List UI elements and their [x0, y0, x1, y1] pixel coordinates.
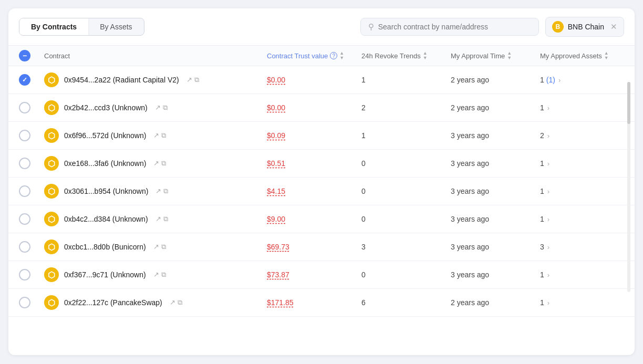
table-row: ⬡0x3061...b954 (Unknown)↗⧉$4.1503 years …	[8, 178, 635, 205]
checkbox-circle[interactable]	[19, 158, 30, 169]
checkbox-circle[interactable]	[19, 185, 30, 197]
copy-icon[interactable]: ⧉	[163, 215, 168, 223]
external-link-icon[interactable]: ↗	[153, 243, 159, 251]
chevron-right-icon[interactable]: ›	[547, 215, 549, 223]
assets-link[interactable]: (1)	[546, 76, 555, 84]
header-revoke[interactable]: 24h Revoke Trends ▲▼	[361, 50, 451, 61]
contract-actions: ↗⧉	[153, 271, 166, 279]
trust-value-cell: $73.87	[267, 271, 361, 279]
external-link-icon[interactable]: ↗	[170, 298, 175, 307]
trust-value-cell: $9.00	[267, 215, 361, 223]
header-trust[interactable]: Contract Trust value ? ▲▼	[267, 50, 361, 61]
checkbox-circle[interactable]	[19, 74, 30, 86]
approved-assets-cell: 1›	[540, 187, 624, 195]
trust-value-cell: $69.73	[267, 243, 361, 251]
checkbox-circle[interactable]	[19, 241, 30, 253]
row-checkbox[interactable]	[19, 213, 44, 225]
table-row: ⬡0xf367...9c71 (Unknown)↗⧉$73.8703 years…	[8, 261, 635, 289]
row-checkbox[interactable]	[19, 74, 44, 86]
approved-assets-cell: 1›	[540, 103, 624, 112]
copy-icon[interactable]: ⧉	[194, 76, 199, 84]
assets-sort-icon[interactable]: ▲▼	[604, 51, 609, 60]
tab-by-contracts[interactable]: By Contracts	[19, 18, 88, 35]
row-checkbox[interactable]	[19, 297, 44, 308]
copy-icon[interactable]: ⧉	[163, 187, 168, 195]
checkbox-circle[interactable]	[19, 130, 30, 141]
row-checkbox[interactable]	[19, 102, 44, 113]
external-link-icon[interactable]: ↗	[155, 187, 161, 195]
token-icon: ⬡	[44, 295, 59, 310]
trust-value: $0.51	[267, 159, 285, 168]
approval-time-cell: 3 years ago	[451, 271, 540, 279]
revoke-sort-icon[interactable]: ▲▼	[423, 51, 428, 60]
header-contract: Contract	[44, 50, 267, 61]
external-link-icon[interactable]: ↗	[155, 215, 161, 223]
chevron-right-icon[interactable]: ›	[547, 299, 549, 307]
chevron-right-icon[interactable]: ›	[547, 132, 549, 140]
copy-icon[interactable]: ⧉	[163, 103, 168, 112]
contract-name: 0x9454...2a22 (Radiant Capital V2)	[64, 76, 179, 84]
row-checkbox[interactable]	[19, 158, 44, 169]
header-approval-time[interactable]: My Approval Time ▲▼	[451, 50, 540, 61]
contract-name: 0xe168...3fa6 (Unknown)	[64, 159, 146, 168]
select-all-button[interactable]	[19, 50, 30, 61]
row-checkbox[interactable]	[19, 241, 44, 253]
contract-cell: ⬡0x2b42...ccd3 (Unknown)↗⧉	[44, 100, 267, 115]
chain-filter[interactable]: B BNB Chain ✕	[545, 17, 624, 37]
revoke-trends-cell: 0	[361, 187, 451, 195]
chevron-right-icon[interactable]: ›	[547, 104, 549, 112]
checkbox-circle[interactable]	[19, 269, 30, 280]
trust-value: $0.00	[267, 76, 285, 84]
contract-cell: ⬡0x9454...2a22 (Radiant Capital V2)↗⧉	[44, 72, 267, 87]
header-approved-assets[interactable]: My Approved Assets ▲▼	[540, 50, 624, 61]
trust-help-icon[interactable]: ?	[330, 52, 337, 59]
tab-by-assets[interactable]: By Assets	[88, 18, 143, 35]
trust-value-cell: $0.00	[267, 103, 361, 112]
scrollbar-track[interactable]	[627, 82, 630, 292]
approval-time-cell: 3 years ago	[451, 187, 540, 195]
copy-icon[interactable]: ⧉	[161, 131, 166, 140]
trust-value: $4.15	[267, 187, 285, 195]
row-checkbox[interactable]	[19, 185, 44, 197]
copy-icon[interactable]: ⧉	[161, 243, 166, 251]
copy-icon[interactable]: ⧉	[161, 159, 166, 168]
table-header: Contract Contract Trust value ? ▲▼ 24h R…	[8, 45, 635, 66]
contract-name: 0xf367...9c71 (Unknown)	[64, 271, 146, 279]
contract-name: 0x3061...b954 (Unknown)	[64, 187, 148, 195]
chevron-right-icon[interactable]: ›	[547, 271, 549, 279]
chevron-right-icon[interactable]: ›	[547, 243, 549, 251]
search-input[interactable]	[378, 23, 531, 31]
row-checkbox[interactable]	[19, 269, 44, 280]
trust-value: $171.85	[267, 298, 294, 307]
external-link-icon[interactable]: ↗	[153, 159, 159, 168]
chevron-right-icon[interactable]: ›	[547, 188, 549, 195]
approved-assets-cell: 1 (1)›	[540, 76, 624, 84]
approval-sort-icon[interactable]: ▲▼	[507, 51, 512, 60]
chevron-right-icon[interactable]: ›	[547, 160, 549, 168]
contract-cell: ⬡0xb4c2...d384 (Unknown)↗⧉	[44, 212, 267, 226]
checkbox-circle[interactable]	[19, 102, 30, 113]
checkbox-circle[interactable]	[19, 297, 30, 308]
trust-value-cell: $0.00	[267, 76, 361, 84]
external-link-icon[interactable]: ↗	[186, 76, 192, 84]
scrollbar-thumb[interactable]	[627, 82, 630, 124]
contract-actions: ↗⧉	[186, 76, 199, 84]
header-select[interactable]	[19, 50, 44, 61]
close-icon[interactable]: ✕	[610, 22, 617, 32]
revoke-trends-cell: 0	[361, 271, 451, 279]
external-link-icon[interactable]: ↗	[153, 131, 159, 140]
contract-cell: ⬡0xe168...3fa6 (Unknown)↗⧉	[44, 156, 267, 171]
chevron-right-icon[interactable]: ›	[558, 76, 561, 84]
trust-sort-icon[interactable]: ▲▼	[339, 51, 344, 60]
external-link-icon[interactable]: ↗	[153, 271, 159, 279]
copy-icon[interactable]: ⧉	[161, 271, 166, 279]
token-icon: ⬡	[44, 100, 59, 115]
copy-icon[interactable]: ⧉	[178, 298, 182, 307]
revoke-trends-cell: 0	[361, 159, 451, 168]
checkbox-circle[interactable]	[19, 213, 30, 225]
search-box: ⚲	[360, 18, 539, 36]
table-row: ⬡0xcbc1...8d0b (Bunicorn)↗⧉$69.7333 year…	[8, 233, 635, 261]
external-link-icon[interactable]: ↗	[155, 103, 161, 112]
search-icon: ⚲	[368, 22, 374, 32]
row-checkbox[interactable]	[19, 130, 44, 141]
